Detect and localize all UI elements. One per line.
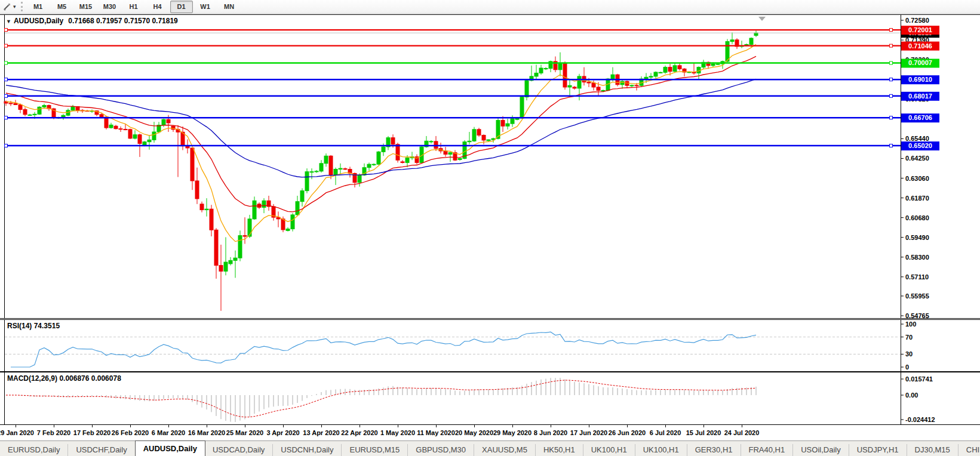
main-price-chart[interactable]: 0.725800.713900.702000.690100.678200.666… (0, 14, 980, 319)
line-anchor-handle[interactable] (5, 116, 8, 119)
date-tick-mark (207, 425, 207, 427)
chart-tab-XAUUSD-M5[interactable]: XAUUSD,M5 (474, 444, 536, 456)
line-anchor-handle[interactable] (890, 29, 893, 32)
rsi-tick-label: 0 (905, 363, 909, 371)
chart-tab-FRA40-H1[interactable]: FRA40,H1 (741, 444, 794, 456)
macd-name: MACD(12,26,9) (7, 374, 57, 383)
moving-average-line-55[interactable] (6, 79, 756, 177)
chart-tab-USDCHF-Daily[interactable]: USDCHF,Daily (68, 444, 135, 456)
timeframe-button-MN[interactable]: MN (218, 1, 241, 13)
top-toolbar: ▾ M1M5M15M30H1H4D1W1MN (0, 0, 980, 14)
macd-tick-label: 0.015741 (905, 375, 933, 383)
line-anchor-handle[interactable] (5, 29, 8, 32)
date-tick-label: 1 May 2020 (380, 429, 415, 436)
line-anchor-handle[interactable] (890, 61, 893, 64)
level-price-label: 0.65020 (908, 142, 932, 149)
chart-tab-EURUSD-Daily[interactable]: EURUSD,Daily (0, 444, 68, 456)
date-tick-mark (589, 425, 589, 427)
chart-tab-GER30-H1[interactable]: GER30,H1 (687, 444, 741, 456)
timeframe-button-H1[interactable]: H1 (122, 1, 145, 13)
line-anchor-handle[interactable] (5, 44, 8, 47)
chart-tab-UK100-H1[interactable]: UK100,H1 (635, 444, 687, 456)
rsi-indicator-panel[interactable]: 10070300 (0, 319, 980, 372)
line-anchor-handle[interactable] (890, 78, 893, 81)
date-tick-label: 6 Jul 2020 (650, 429, 681, 436)
price-tick-label: 0.64250 (905, 155, 929, 162)
date-tick-label: 16 Mar 2020 (188, 429, 225, 436)
chart-tab-USDCAD-Daily[interactable]: USDCAD,Daily (205, 444, 273, 456)
chart-tab-DJ30-M15[interactable]: DJ30,M15 (907, 444, 959, 456)
rsi-label: RSI(14) 74.3515 (7, 322, 60, 330)
chart-tab-AUDUSD-Daily[interactable]: AUDUSD,Daily (135, 440, 205, 456)
line-anchor-handle[interactable] (890, 44, 893, 47)
macd-tick-label: 0.00 (905, 392, 918, 399)
timeframe-button-M15[interactable]: M15 (75, 1, 97, 13)
chart-tab-UK100-H1[interactable]: UK100,H1 (583, 444, 635, 456)
date-tick-mark (168, 425, 169, 427)
date-tick-mark (283, 425, 284, 427)
date-tick-mark (130, 425, 131, 427)
date-tick-mark (92, 425, 93, 427)
level-price-label: 0.69010 (908, 76, 932, 83)
chart-tab-EURUSD-M15[interactable]: EURUSD,M15 (342, 444, 408, 456)
line-anchor-handle[interactable] (5, 61, 8, 64)
macd-axis-ticks: 0.0157410.00-0.024412 (901, 375, 935, 423)
price-tick-label: 0.72580 (905, 17, 929, 24)
rsi-tick-label: 30 (905, 350, 913, 358)
date-tick-mark (627, 425, 628, 427)
chart-tab-HK50-H1[interactable]: HK50,H1 (536, 444, 583, 456)
timeframe-button-M5[interactable]: M5 (51, 1, 73, 13)
chart-tab-USDCNH-Daily[interactable]: USDCNH,Daily (273, 444, 342, 456)
timeframe-button-H4[interactable]: H4 (146, 1, 169, 13)
rsi-tick-label: 70 (905, 334, 913, 341)
level-price-label: 0.71046 (908, 42, 932, 50)
rsi-value: 74.3515 (34, 322, 60, 330)
date-tick-mark (16, 425, 16, 427)
level-price-label: 0.66706 (908, 114, 932, 121)
one-click-trading-arrow[interactable]: ▼ (6, 19, 11, 24)
date-tick-mark (360, 425, 360, 427)
timeframe-button-M1[interactable]: M1 (27, 1, 50, 13)
date-tick-label: 26 Jun 2020 (609, 429, 646, 436)
chart-tab-CHINA300-H4[interactable]: CHINA300,H4 (959, 444, 980, 456)
chart-tabs: EURUSD,DailyUSDCHF,DailyAUDUSD,DailyUSDC… (0, 440, 980, 456)
timeframe-button-W1[interactable]: W1 (194, 1, 217, 13)
date-axis[interactable]: 29 Jan 20207 Feb 202017 Feb 202026 Feb 2… (0, 425, 980, 440)
date-tick-label: 24 Jul 2020 (724, 429, 760, 436)
date-tick-mark (551, 425, 551, 427)
price-tick-label: 0.55955 (905, 292, 929, 300)
price-tick-label: 0.59490 (905, 234, 929, 241)
line-anchor-handle[interactable] (890, 116, 893, 119)
line-anchor-handle[interactable] (890, 94, 893, 97)
date-tick-label: 8 Jun 2020 (534, 429, 567, 436)
line-anchor-handle[interactable] (5, 144, 8, 147)
macd-label: MACD(12,26,9) 0.006876 0.006078 (7, 374, 121, 383)
toolbar-grip-handle[interactable] (21, 2, 23, 11)
date-tick-label: 7 Feb 2020 (37, 429, 70, 436)
chart-tab-GBPUSD-M30[interactable]: GBPUSD,M30 (408, 444, 474, 456)
chart-shift-marker[interactable] (758, 17, 766, 21)
price-tick-label: 0.61870 (905, 195, 929, 202)
line-anchor-handle[interactable] (5, 78, 8, 81)
line-anchor-handle[interactable] (5, 94, 8, 97)
timeframe-button-D1[interactable]: D1 (170, 1, 193, 13)
timeframe-button-group: M1M5M15M30H1H4D1W1MN (26, 1, 241, 13)
chart-title: ▼AUDUSD,Daily0.71668 0.71957 0.71570 0.7… (6, 17, 178, 25)
chart-tab-USDJPY-H1[interactable]: USDJPY,H1 (849, 444, 907, 456)
date-tick-label: 29 May 2020 (493, 429, 532, 436)
drawing-tool-icon[interactable] (2, 2, 13, 11)
rsi-axis-ticks: 10070300 (901, 321, 916, 371)
candlestick-series[interactable] (4, 30, 758, 310)
timeframe-button-M30[interactable]: M30 (99, 1, 121, 13)
date-tick-label: 29 Jan 2020 (0, 429, 34, 436)
moving-average-line-8[interactable] (6, 44, 756, 241)
macd-values: 0.006876 0.006078 (59, 374, 121, 383)
macd-indicator-panel[interactable]: 0.0157410.00-0.024412 (0, 372, 980, 425)
date-tick-mark (742, 425, 742, 427)
tool-dropdown-caret[interactable]: ▾ (13, 4, 16, 10)
chart-tab-USOil-Daily[interactable]: USOil,Daily (793, 444, 849, 456)
chart-tab-bar: EURUSD,DailyUSDCHF,DailyAUDUSD,DailyUSDC… (0, 440, 980, 456)
date-tick-label: 25 Mar 2020 (226, 429, 263, 436)
line-anchor-handle[interactable] (890, 144, 893, 147)
date-tick-label: 17 Jun 2020 (570, 429, 607, 436)
